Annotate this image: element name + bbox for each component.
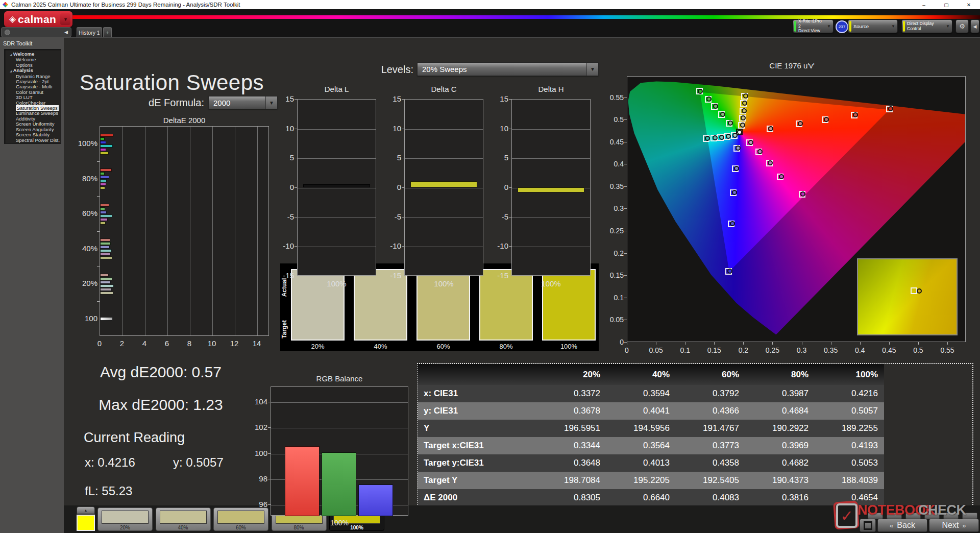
- y-tick: [509, 99, 511, 100]
- stop-button[interactable]: [860, 519, 876, 532]
- maximize-button[interactable]: ▢: [935, 0, 958, 9]
- sidebar-item-label: Spectral Power Dist.: [16, 137, 60, 143]
- minimize-button[interactable]: –: [913, 0, 935, 9]
- calman-logo-button[interactable]: ◈ calman ▼: [4, 11, 72, 27]
- gridline: [298, 247, 376, 247]
- delta_c-title: Delta C: [394, 85, 494, 93]
- y-tick-label: 5: [275, 153, 294, 162]
- deltae-bar-100-0: [100, 317, 113, 321]
- sidebar-item-spectral-power-dist-[interactable]: Spectral Power Dist.: [5, 138, 61, 143]
- meter-count-badge[interactable]: 237: [836, 20, 848, 33]
- inset-measure-point: [917, 288, 922, 294]
- level-button-60%[interactable]: 60%: [213, 507, 268, 531]
- deltae-bar-20%-0: [100, 274, 109, 277]
- cell-value: 0.4193: [815, 437, 884, 454]
- actual-target-swatch-panel: Actual Target 20%40%60%80%100%: [280, 263, 599, 351]
- x-tick-label: 12: [227, 339, 242, 348]
- window-titlebar: Calman 2025 Calman Ultimate for Business…: [0, 0, 980, 9]
- cie-measure-cyan-3: [719, 135, 724, 140]
- level-button-label: 60%: [214, 525, 268, 530]
- table-row: Target Y198.7084195.2205192.5405190.4373…: [418, 472, 884, 489]
- chevron-down-icon: ▼: [891, 24, 895, 29]
- levels-dropdown[interactable]: 20% Sweeps▼: [417, 62, 599, 76]
- row-label: ΔE 2000: [418, 489, 537, 506]
- cell-value: 190.4373: [745, 472, 815, 489]
- source-button[interactable]: Source ▼: [848, 19, 898, 33]
- deltae-bar-80%-1: [100, 172, 105, 175]
- cie-y-tick: 0.3: [602, 204, 624, 212]
- rgb-y-tick: 98: [250, 474, 267, 483]
- close-button[interactable]: ✕: [958, 0, 980, 9]
- table-header-100%: 100%: [815, 364, 884, 385]
- cell-value: 0.4013: [606, 454, 676, 472]
- display-control-button[interactable]: Direct Display Control ▼: [901, 19, 952, 33]
- cie-x-tickmark: [743, 342, 744, 345]
- deltae-bar-60%-2: [100, 211, 107, 214]
- deltae-bar-60%-5: [100, 222, 106, 225]
- chevron-left-icon[interactable]: ◀: [64, 30, 68, 35]
- cie-x-tickmark: [772, 342, 773, 345]
- y-tick: [295, 276, 297, 276]
- cell-value: 0.3816: [745, 489, 815, 506]
- gridline: [405, 129, 483, 130]
- chevron-down-icon: ▼: [827, 24, 831, 29]
- level-button-20%[interactable]: 20%: [97, 507, 153, 531]
- cie-measure-red-2: [798, 121, 803, 126]
- add-tab-button[interactable]: +: [103, 27, 112, 37]
- cie-y-tick: 0.2: [602, 249, 624, 257]
- sidebar-item-label: 3D LUT: [16, 94, 33, 100]
- cie-x-tickmark: [714, 342, 715, 345]
- de-formula-dropdown[interactable]: 2000▼: [208, 96, 278, 109]
- expand-swatches-button[interactable]: ▲: [77, 506, 95, 514]
- cell-value: 0.3969: [745, 437, 815, 454]
- group-label: 20%: [72, 279, 97, 287]
- cie-y-tick: 0.25: [602, 227, 624, 235]
- back-button[interactable]: «Back: [877, 519, 927, 532]
- group-label: 100: [72, 314, 97, 323]
- deltae-bar-100%-1: [100, 137, 105, 140]
- sidebar-item-label: Welcome: [13, 51, 35, 57]
- current-color-swatch[interactable]: [77, 515, 95, 531]
- deltae-bar-20%-3: [100, 284, 114, 287]
- gridline: [145, 127, 145, 335]
- level-button-40%[interactable]: 40%: [156, 507, 211, 531]
- cie-measure-magenta-2: [757, 149, 763, 154]
- y-tick: [97, 231, 100, 232]
- sidebar-item-label: Luminance Sweeps: [16, 110, 58, 116]
- sidebar-item-color-gamut[interactable]: Color Gamut: [5, 90, 61, 95]
- deltae-bar-80%-5: [100, 186, 105, 189]
- gridline: [512, 129, 590, 130]
- next-button[interactable]: Next»: [929, 519, 979, 532]
- sidebar-title: SDR Toolkit: [3, 40, 32, 46]
- table-header-40%: 40%: [606, 364, 676, 385]
- meter-button[interactable]: X-Rite i1Pro 2Direct View ▼: [793, 19, 834, 33]
- delta_h-bar: [518, 187, 584, 192]
- cie-x-tick: 0.15: [703, 346, 725, 354]
- collapse-arrow-icon[interactable]: ◢: [10, 53, 12, 56]
- x-tick-label: 2: [114, 339, 130, 348]
- cie-y-tickmark: [624, 231, 627, 231]
- gridline: [298, 158, 376, 159]
- calman-menu-chevron-icon[interactable]: ▼: [60, 13, 70, 25]
- tab-history-1[interactable]: History 1: [77, 27, 102, 37]
- collapse-arrow-icon[interactable]: ◢: [10, 69, 12, 72]
- cie-y-tick: 0.15: [602, 271, 624, 279]
- cie-measure-yellow-2: [741, 115, 746, 120]
- cell-value: 0.4366: [676, 402, 745, 420]
- rgb-y-tickmark: [268, 427, 271, 428]
- cie-measure-red-5: [888, 106, 893, 111]
- cell-value: 0.3594: [606, 385, 676, 402]
- gridline: [405, 158, 483, 159]
- collapse-panel-button[interactable]: ◀: [970, 19, 979, 33]
- y-tick-label: -5: [382, 212, 401, 221]
- cie-y-tick: 0.4: [602, 160, 624, 168]
- settings-button[interactable]: ⚙: [955, 19, 969, 33]
- y-tick: [402, 187, 404, 188]
- layout-capsule[interactable]: ◀: [1, 27, 71, 37]
- deltae-bar-100%-4: [100, 148, 106, 151]
- sidebar-item-label: Screen Uniformity: [16, 121, 55, 127]
- sidebar-item-welcome[interactable]: Welcome: [5, 57, 61, 62]
- reading-fl: fL: 55.23: [85, 484, 132, 498]
- y-tick: [509, 217, 511, 217]
- rainbow-gradient-strip: [62, 15, 980, 19]
